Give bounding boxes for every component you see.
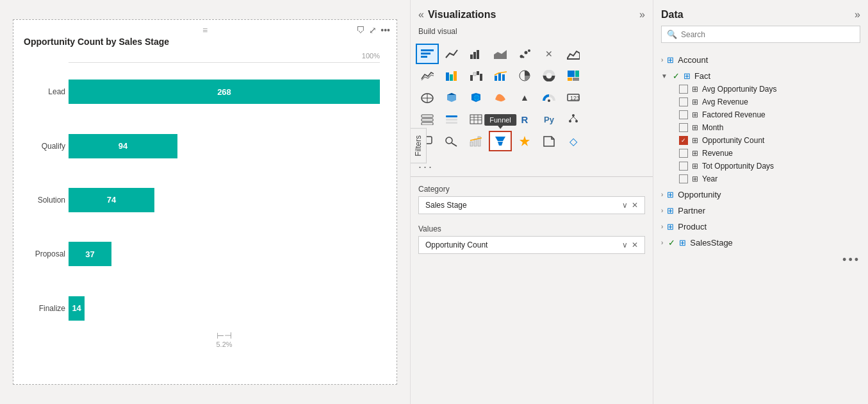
gauge-icon[interactable] [537,87,561,108]
values-dropdown[interactable]: Opportunity Count ∨ ✕ [418,236,645,254]
svg-marker-71 [544,137,554,146]
azure-map-icon[interactable]: 🌐 [464,87,487,108]
values-clear-icon[interactable]: ✕ [632,240,638,249]
bar-fill[interactable]: 37 [69,242,111,266]
item-checkbox[interactable] [679,162,688,171]
pie-icon[interactable] [513,65,536,86]
chart-title: Opportunity Count by Sales Stage [24,37,386,47]
area-chart2-icon[interactable] [562,44,585,64]
item-checkbox[interactable] [679,149,688,158]
waterfall-icon[interactable] [464,65,487,86]
more-options-dots[interactable]: ... [411,155,653,174]
matrix-icon[interactable] [489,109,512,130]
chart-container: ≡ ⛉ ⤢ ••• Opportunity Count by Sales Sta… [13,19,397,385]
viz-expand-icon[interactable]: » [639,9,645,21]
category-dropdown-chevron[interactable]: ∨ [622,201,628,210]
line-chart-icon[interactable] [440,44,463,64]
viz-header: « Visualizations » [411,0,653,24]
area-chart-icon[interactable] [489,44,512,64]
svg-line-63 [452,143,457,146]
svg-marker-33 [447,93,456,95]
combo-chart-icon[interactable] [489,65,512,86]
python-icon[interactable]: Py [537,109,561,130]
r-visual-icon[interactable]: R [513,109,536,130]
tree-group-header-fact[interactable]: ▼✓⊞Fact [661,69,860,83]
search-icon: 🔍 [667,29,677,39]
item-checkbox[interactable] [679,110,688,119]
tree-group-header-product[interactable]: ›⊞Product [661,220,860,233]
tree-item[interactable]: ⊞Factored Revenue [676,108,860,121]
tree-group-header-opportunity[interactable]: ›⊞Opportunity [661,188,860,201]
tree-item[interactable]: ⊞Revenue [676,147,860,160]
item-checkbox[interactable] [679,174,688,183]
bar-fill[interactable]: 14 [69,296,85,321]
values-dropdown-chevron[interactable]: ∨ [622,240,628,249]
ribbon-chart-icon[interactable] [440,65,463,86]
table-icon: ⊞ [667,55,674,65]
search-input[interactable] [681,30,855,39]
category-clear-icon[interactable]: ✕ [632,201,638,210]
tree-item[interactable]: ⊞Month [676,121,860,134]
stacked-bar-icon[interactable] [416,44,439,64]
item-checkbox[interactable] [679,85,688,94]
expand-chevron-icon: ▼ [661,72,667,80]
filters-tab[interactable]: Filters [411,128,427,164]
treemap-icon[interactable] [562,65,585,86]
tree-item[interactable]: ⊞Year [676,173,860,185]
arrow-up-icon[interactable]: ▲ [513,87,536,108]
measure-icon: ⊞ [692,97,698,106]
table-icon[interactable] [464,109,487,130]
svg-rect-16 [473,72,476,76]
svg-rect-25 [568,71,575,77]
item-checkbox[interactable] [679,123,688,132]
svg-rect-1 [421,53,430,55]
line-area-icon[interactable] [416,65,439,86]
expand-chevron-icon: › [661,56,663,63]
bar-fill[interactable]: 268 [69,80,380,104]
bar-fill[interactable]: 74 [69,188,154,212]
scatter-chart-icon[interactable] [513,44,536,64]
slicer-icon[interactable] [440,109,463,130]
shape-map-icon[interactable] [489,87,512,108]
clustered-bar-icon[interactable] [464,44,487,64]
smart-narrative-icon[interactable] [513,131,536,151]
category-dropdown[interactable]: Sales Stage ∨ ✕ [418,196,645,214]
svg-line-59 [573,117,577,120]
tree-group-header-account[interactable]: ›⊞Account [661,53,860,67]
tree-item[interactable]: ⊞Tot Opportunity Days [676,160,860,173]
tree-group-header-salesstage[interactable]: ›✓⊞SalesStage [661,236,860,249]
more-options-icon[interactable]: ••• [381,25,390,35]
close-icon-1[interactable]: ✕ [537,44,561,64]
decomp-tree-icon[interactable] [562,109,585,130]
key-influencers-icon[interactable] [440,131,463,151]
tree-item[interactable]: ✓⊞Opportunity Count [676,134,860,147]
table-icon: ⊞ [667,206,674,215]
multirow-card-icon[interactable] [416,109,439,130]
funnel-chart-icon[interactable]: Funnel [489,131,512,151]
expand-icon[interactable]: ⤢ [369,25,377,35]
group-name-label: Partner [678,206,705,215]
paginated-icon[interactable] [537,131,561,151]
group-name-label: Product [678,222,707,231]
data-expand-icon[interactable]: » [855,9,860,21]
viz-collapse-icon[interactable]: « [418,9,424,21]
svg-point-57 [575,120,578,122]
custom-visual-icon[interactable]: ◇ [562,131,585,151]
icon-row-3: 🌐 ▲ 123 [416,87,648,108]
svg-rect-18 [480,74,482,81]
item-checkbox[interactable]: ✓ [679,136,688,145]
kpi-icon[interactable] [464,131,487,151]
item-checkbox[interactable] [679,97,688,106]
donut-icon[interactable] [537,65,561,86]
card-icon[interactable]: 123 [562,87,585,108]
group-check-icon: ✓ [668,238,675,248]
bar-fill[interactable]: 94 [69,134,177,158]
tree-item[interactable]: ⊞Avg Opportunity Days [676,83,860,96]
data-more-dots[interactable]: ••• [653,251,868,269]
map-icon[interactable] [416,87,439,108]
filled-map-icon[interactable] [440,87,463,108]
tree-item[interactable]: ⊞Avg Revenue [676,96,860,108]
svg-rect-26 [575,71,579,77]
tree-group-header-partner[interactable]: ›⊞Partner [661,204,860,217]
filter-icon[interactable]: ⛉ [356,25,365,35]
